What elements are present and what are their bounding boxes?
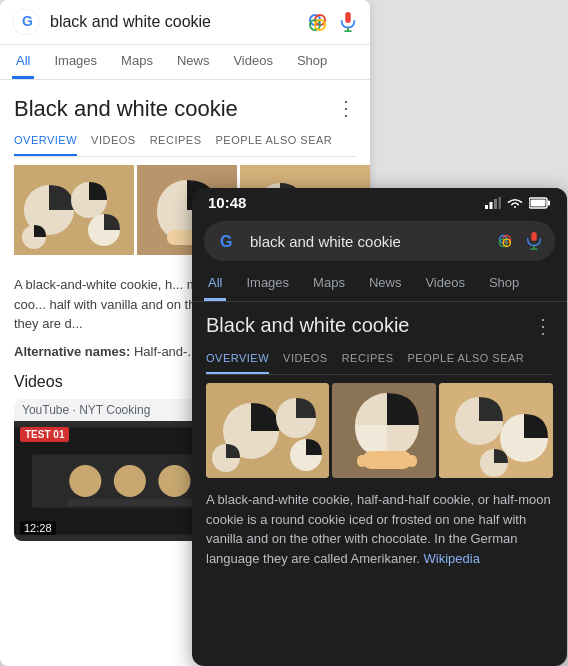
tab-news-front[interactable]: News bbox=[365, 267, 406, 301]
mic-icon-back[interactable] bbox=[338, 11, 358, 33]
kp-menu-back[interactable]: ⋮ bbox=[336, 96, 356, 120]
foreground-card: 10:48 G bbox=[192, 188, 567, 666]
search-bar-front[interactable]: G bbox=[204, 221, 555, 261]
test-badge: TEST 01 bbox=[20, 427, 69, 442]
google-logo-back: G bbox=[12, 8, 40, 36]
lens-icon-front[interactable] bbox=[495, 231, 515, 251]
signal-icon bbox=[485, 197, 501, 209]
svg-point-24 bbox=[114, 464, 146, 496]
alt-names-label: Alternative names: bbox=[14, 344, 130, 359]
search-input-back[interactable] bbox=[50, 13, 296, 31]
tab-images-back[interactable]: Images bbox=[50, 45, 101, 79]
front-scrollable-content[interactable]: Black and white cookie ⋮ OVERVIEW VIDEOS… bbox=[192, 302, 567, 582]
kp-tab-recipes-back[interactable]: RECIPES bbox=[150, 126, 202, 156]
battery-icon bbox=[529, 197, 551, 209]
kp-tab-recipes-front[interactable]: RECIPES bbox=[342, 344, 394, 374]
tab-shop-back[interactable]: Shop bbox=[293, 45, 331, 79]
kp-title-row: Black and white cookie ⋮ bbox=[206, 314, 553, 338]
search-icons-back bbox=[306, 11, 358, 33]
knowledge-panel-front: Black and white cookie ⋮ OVERVIEW VIDEOS… bbox=[192, 302, 567, 582]
kp-tab-people-back[interactable]: PEOPLE ALSO SEAR bbox=[215, 126, 332, 156]
tab-all-back[interactable]: All bbox=[12, 45, 34, 79]
cookie-image-3-front[interactable] bbox=[439, 383, 553, 478]
svg-rect-32 bbox=[499, 197, 502, 209]
kp-tab-overview-back[interactable]: OVERVIEW bbox=[14, 126, 77, 156]
svg-rect-6 bbox=[345, 12, 351, 23]
cookie-img-svg-2 bbox=[332, 383, 436, 478]
status-time: 10:48 bbox=[208, 194, 246, 211]
lens-icon-back[interactable] bbox=[306, 11, 328, 33]
cookie-img-svg-3 bbox=[439, 383, 553, 478]
status-icons bbox=[485, 197, 551, 209]
search-input-front[interactable] bbox=[250, 233, 485, 250]
kp-tab-people-front[interactable]: PEOPLE ALSO SEAR bbox=[407, 344, 524, 374]
svg-rect-31 bbox=[494, 199, 497, 209]
tab-videos-back[interactable]: Videos bbox=[229, 45, 277, 79]
search-bar-back: G bbox=[0, 0, 370, 45]
svg-rect-29 bbox=[485, 205, 488, 209]
kp-tab-overview-front[interactable]: OVERVIEW bbox=[206, 344, 269, 374]
svg-rect-35 bbox=[548, 200, 551, 205]
nav-tabs-front: All Images Maps News Videos Shop bbox=[192, 267, 567, 302]
tab-news-back[interactable]: News bbox=[173, 45, 214, 79]
kp-tab-videos-front[interactable]: VIDEOS bbox=[283, 344, 328, 374]
cookie-image-1-front[interactable] bbox=[206, 383, 329, 478]
kp-menu-front[interactable]: ⋮ bbox=[533, 314, 553, 338]
svg-rect-41 bbox=[531, 232, 536, 241]
cookie-svg-1 bbox=[14, 165, 134, 255]
tab-images-front[interactable]: Images bbox=[242, 267, 293, 301]
google-logo-front: G bbox=[216, 229, 240, 253]
cookie-image-1-back[interactable] bbox=[14, 165, 134, 255]
svg-point-23 bbox=[69, 464, 101, 496]
kp-tab-videos-back[interactable]: VIDEOS bbox=[91, 126, 136, 156]
svg-rect-34 bbox=[531, 199, 546, 206]
svg-rect-30 bbox=[490, 202, 493, 209]
kp-title-front: Black and white cookie bbox=[206, 314, 409, 337]
kp-tabs-front: OVERVIEW VIDEOS RECIPES PEOPLE ALSO SEAR bbox=[206, 344, 553, 375]
svg-rect-51 bbox=[362, 451, 412, 469]
svg-point-25 bbox=[158, 464, 190, 496]
tab-all-front[interactable]: All bbox=[204, 267, 226, 301]
svg-text:G: G bbox=[220, 233, 232, 250]
tab-maps-front[interactable]: Maps bbox=[309, 267, 349, 301]
tab-maps-back[interactable]: Maps bbox=[117, 45, 157, 79]
description-front: A black-and-white cookie, half-and-half … bbox=[206, 490, 553, 568]
status-bar: 10:48 bbox=[192, 188, 567, 215]
wifi-icon bbox=[507, 197, 523, 209]
cookie-image-2-front[interactable] bbox=[332, 383, 436, 478]
mic-icon-front[interactable] bbox=[525, 231, 543, 251]
video-duration-back: 12:28 bbox=[20, 521, 56, 535]
svg-text:G: G bbox=[22, 13, 33, 29]
cookie-img-svg-1 bbox=[206, 383, 329, 478]
tab-videos-front[interactable]: Videos bbox=[421, 267, 469, 301]
tab-shop-front[interactable]: Shop bbox=[485, 267, 523, 301]
images-grid-front bbox=[206, 383, 553, 478]
kp-tabs-back: OVERVIEW VIDEOS RECIPES PEOPLE ALSO SEAR bbox=[14, 126, 356, 157]
nav-tabs-back: All Images Maps News Videos Shop bbox=[0, 45, 370, 80]
wikipedia-link[interactable]: Wikipedia bbox=[424, 551, 480, 566]
svg-rect-52 bbox=[357, 455, 367, 467]
kp-title-back: Black and white cookie bbox=[14, 96, 238, 122]
svg-rect-53 bbox=[407, 455, 417, 467]
